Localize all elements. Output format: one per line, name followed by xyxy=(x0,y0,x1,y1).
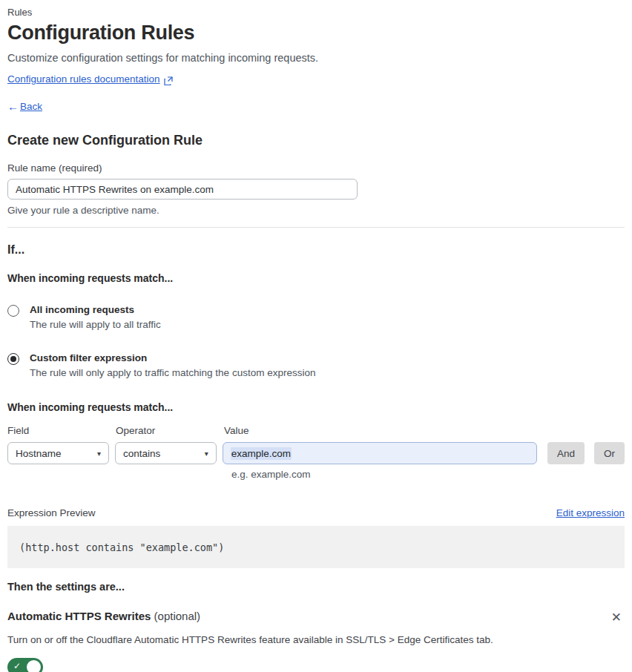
documentation-link-row: Configuration rules documentation xyxy=(7,73,625,85)
page-title: Configuration Rules xyxy=(7,22,625,45)
radio-custom-filter-description: The rule will only apply to traffic matc… xyxy=(30,367,315,378)
page-subtitle: Customize configuration settings for mat… xyxy=(7,52,625,64)
rule-name-value: Automatic HTTPS Rewrites on example.com xyxy=(16,184,214,195)
create-rule-heading: Create new Configuration Rule xyxy=(7,133,625,148)
radio-custom-filter[interactable] xyxy=(7,353,19,365)
back-link[interactable]: Back xyxy=(20,101,42,112)
radio-custom-filter-label: Custom filter expression xyxy=(30,352,315,363)
expression-preview-label: Expression Preview xyxy=(7,507,96,518)
rule-name-label: Rule name (required) xyxy=(7,162,625,174)
expression-code: (http.host contains "example.com") xyxy=(19,541,224,553)
value-input-text: example.com xyxy=(231,447,292,460)
setting-title-optional: (optional) xyxy=(151,610,200,622)
then-heading: Then the settings are... xyxy=(7,581,625,593)
setting-title: Automatic HTTPS Rewrites (optional) xyxy=(7,610,200,622)
field-label: Field xyxy=(7,425,116,436)
breadcrumb[interactable]: Rules xyxy=(7,7,625,18)
setting-description: Turn on or off the Cloudflare Automatic … xyxy=(7,634,625,645)
check-icon: ✓ xyxy=(13,661,21,671)
operator-select[interactable]: contains ▾ xyxy=(115,442,217,464)
if-heading: If... xyxy=(7,243,625,257)
value-input[interactable]: example.com xyxy=(223,442,537,464)
https-rewrites-toggle[interactable]: ✓ xyxy=(7,658,43,672)
toggle-knob xyxy=(27,660,41,672)
radio-all-requests-description: The rule will apply to all traffic xyxy=(30,319,161,330)
rule-name-input[interactable]: Automatic HTTPS Rewrites on example.com xyxy=(7,179,358,200)
expression-builder: When incoming requests match... Field Op… xyxy=(7,401,625,480)
value-helper: e.g. example.com xyxy=(231,469,625,480)
back-link-row: ← Back xyxy=(7,100,625,113)
setting-title-name: Automatic HTTPS Rewrites xyxy=(7,610,151,622)
match-type-heading: When incoming requests match... xyxy=(7,272,625,284)
radio-option-all-requests[interactable]: All incoming requests The rule will appl… xyxy=(7,304,625,330)
setting-header: Automatic HTTPS Rewrites (optional) ✕ xyxy=(7,610,625,625)
radio-option-custom-filter[interactable]: Custom filter expression The rule will o… xyxy=(7,352,625,378)
chevron-down-icon: ▾ xyxy=(205,449,208,458)
expression-code-block: (http.host contains "example.com") xyxy=(7,526,625,568)
external-link-icon xyxy=(164,75,173,84)
radio-all-requests-label: All incoming requests xyxy=(30,304,161,315)
chevron-down-icon: ▾ xyxy=(97,449,101,458)
radio-all-requests[interactable] xyxy=(7,305,19,317)
or-button[interactable]: Or xyxy=(594,442,625,464)
builder-heading: When incoming requests match... xyxy=(7,401,625,413)
operator-label: Operator xyxy=(116,425,224,436)
close-icon[interactable]: ✕ xyxy=(608,610,625,625)
documentation-link[interactable]: Configuration rules documentation xyxy=(7,73,160,85)
back-arrow-icon: ← xyxy=(7,100,19,113)
configuration-rules-page: Rules Configuration Rules Customize conf… xyxy=(0,0,632,672)
field-select-value: Hostname xyxy=(16,448,62,459)
operator-select-value: contains xyxy=(123,448,160,459)
field-select[interactable]: Hostname ▾ xyxy=(7,442,109,464)
edit-expression-link[interactable]: Edit expression xyxy=(556,507,625,518)
value-label: Value xyxy=(224,425,249,436)
and-button[interactable]: And xyxy=(547,442,585,464)
expression-preview-header: Expression Preview Edit expression xyxy=(7,507,625,518)
section-divider xyxy=(7,227,625,228)
rule-name-helper: Give your rule a descriptive name. xyxy=(7,205,625,216)
